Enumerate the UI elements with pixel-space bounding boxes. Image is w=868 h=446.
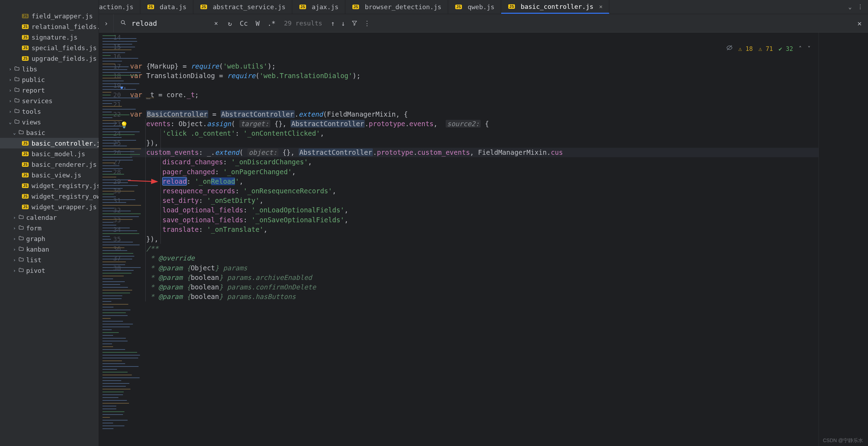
editor-tab[interactable]: JSbasic_controller.js✕ [501,0,609,14]
warning-count[interactable]: ⚠ 71 [758,44,773,54]
tree-folder[interactable]: ›list [0,254,99,265]
code-line[interactable]: load_optional_fields: '_onLoadOptionalFi… [130,205,819,215]
tree-folder[interactable]: ›libs [0,64,99,74]
code-line[interactable]: }), [130,138,819,148]
chevron-right-icon[interactable]: › [12,247,17,252]
code-line[interactable]: resequence_records: '_onResequenceRecord… [130,186,819,196]
chevron-right-icon[interactable]: › [12,215,17,220]
code-line[interactable] [130,100,819,109]
editor-tab[interactable]: JSabstract_service.js [193,0,292,14]
tree-folder[interactable]: ›graph [0,233,99,244]
chevron-right-icon[interactable]: › [12,225,17,231]
line-number[interactable]: 26 [99,148,121,157]
find-case-option[interactable]: Cc [240,19,248,27]
chevron-down-icon[interactable]: ⌄ [8,119,13,125]
tree-folder[interactable]: ›kanban [0,244,99,254]
tree-folder[interactable]: ⌄basic [0,127,99,138]
reader-mode-icon[interactable] [690,35,733,64]
line-number[interactable]: 29 [99,177,121,186]
diagnostics-down-icon[interactable]: ˅ [808,44,811,54]
typo-count[interactable]: ✔ 32 [779,44,793,54]
find-input[interactable] [131,19,209,28]
code-line[interactable]: reload: '_onReload', [130,177,819,186]
close-find-icon[interactable]: ✕ [857,19,862,28]
tree-file[interactable]: JSspecial_fields.js [0,42,99,53]
find-regex-option[interactable]: .* [268,19,276,27]
tree-file[interactable]: JSwidget_wrapper.js [0,201,99,212]
tree-folder[interactable]: ⌄views [0,117,99,127]
tree-folder[interactable]: ›report [0,85,99,95]
chevron-right-icon[interactable]: › [12,236,17,241]
find-filter-icon[interactable] [352,19,357,27]
diagnostics-up-icon[interactable]: ˄ [799,44,802,54]
tree-folder[interactable]: ›services [0,95,99,106]
chevron-right-icon[interactable]: › [8,77,13,82]
code-line[interactable]: * @param {boolean} params.confirmOnDelet… [130,282,819,292]
find-more-icon[interactable]: ⋮ [364,19,370,27]
find-next-icon[interactable]: ↓ [341,19,345,27]
tree-file[interactable]: JSwidget_registry_owl.j [0,191,99,201]
chevron-right-icon[interactable]: › [12,257,17,263]
error-count[interactable]: ⚠ 18 [738,44,753,54]
minimap[interactable] [819,33,868,446]
code-line[interactable]: discard_changes: '_onDiscardChanges', [130,157,819,167]
tree-file[interactable]: JSbasic_controller.js [0,138,99,148]
tree-folder[interactable]: ›public [0,74,99,85]
find-prev-icon[interactable]: ↑ [331,19,335,27]
code-line[interactable]: save_optional_fields: '_onSaveOptionalFi… [130,215,819,225]
editor-tab[interactable]: JSbrowser_detection.js [345,0,448,14]
tree-file[interactable]: JSbasic_model.js [0,148,99,159]
tree-folder[interactable]: ›tools [0,106,99,117]
code-line[interactable]: translate: '_onTranslate', [130,225,819,234]
code-line[interactable]: * @param {boolean} params.hasButtons [130,292,819,301]
editor-tab[interactable]: JSajax.js [292,0,345,14]
code-line[interactable]: var _t = core._t; [130,90,819,100]
editor-tab[interactable]: JSdata.js [140,0,193,14]
code-view[interactable]: ⚠ 18 ⚠ 71 ✔ 32 ˄ ˅ var {Markup} = requir… [128,33,819,446]
chevron-right-icon[interactable]: › [8,98,13,104]
tree-file[interactable]: JSwidget_registry.js [0,180,99,191]
code-line[interactable]: set_dirty: '_onSetDirty', [130,196,819,205]
code-line[interactable]: var TranslationDialog = require('web.Tra… [130,71,819,81]
chevron-right-icon[interactable]: › [12,268,17,273]
find-words-option[interactable]: W [256,19,259,27]
chevron-down-icon[interactable]: ⌄ [848,4,852,10]
line-number[interactable]: 36 [99,244,121,253]
tree-file[interactable]: JSbasic_renderer.js [0,159,99,170]
line-number[interactable]: 24 [99,129,121,138]
tree-folder[interactable]: ›form [0,223,99,233]
code-line[interactable]: }), [130,234,819,244]
chevron-right-icon[interactable]: › [8,88,13,93]
code-line[interactable]: pager_changed: '_onPagerChanged', [130,167,819,177]
code-line[interactable] [130,81,819,90]
tree-file[interactable]: JSfield_wrapper.js [0,11,99,21]
tree-folder[interactable]: ›pivot [0,265,99,276]
code-line[interactable]: custom_events: _.extend( object: {}, Abs… [130,148,819,157]
tree-file[interactable]: JSsignature.js [0,32,99,42]
lightbulb-icon[interactable]: 💡 [120,120,128,130]
code-line[interactable]: * @param {boolean} params.archiveEnabled [130,273,819,282]
editor-tab[interactable]: JSaction.js [99,0,140,14]
code-line[interactable]: /** [130,244,819,253]
line-number[interactable]: 31 [99,196,121,205]
chevron-right-icon[interactable]: › [8,66,13,72]
line-number[interactable]: 21 [99,100,121,109]
clear-search-icon[interactable]: × [214,19,218,27]
tree-folder[interactable]: ›calendar [0,212,99,223]
code-line[interactable]: * @param {Object} params [130,263,819,273]
usages-icon[interactable]: ●↓ [121,83,126,92]
kebab-menu-icon[interactable]: ⋮ [857,4,863,10]
code-line[interactable]: * @override [130,253,819,263]
find-expand-toggle[interactable]: › [99,14,114,32]
editor-tab[interactable]: JSqweb.js [448,0,501,14]
code-line[interactable]: events: Object.assign( target: {}, Abstr… [130,119,819,129]
chevron-right-icon[interactable]: › [8,109,13,114]
line-number[interactable]: 16 [99,52,121,61]
code-line[interactable]: 'click .o_content': '_onContentClicked', [130,129,819,138]
line-number[interactable]: 34 [99,225,121,234]
code-line[interactable]: var BasicController = AbstractController… [130,110,819,119]
find-loop-option[interactable]: ↻ [228,19,232,27]
tree-file[interactable]: JSrelational_fields.js [0,21,99,32]
close-tab-icon[interactable]: ✕ [599,3,603,10]
chevron-down-icon[interactable]: ⌄ [12,130,17,135]
